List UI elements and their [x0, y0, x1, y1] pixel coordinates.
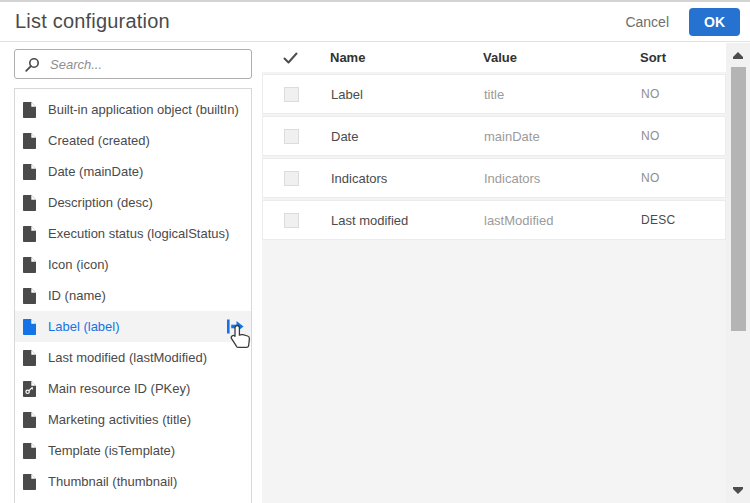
dialog-header: List configuration Cancel OK: [0, 2, 750, 42]
column-header-value: Value: [483, 50, 640, 65]
document-icon: [23, 350, 36, 366]
field-list-item[interactable]: Last modified (lastModified): [15, 342, 251, 373]
row-value: title: [484, 87, 641, 102]
document-icon: [23, 443, 36, 459]
row-name: Last modified: [310, 213, 484, 228]
field-list-item[interactable]: Date (mainDate): [15, 156, 251, 187]
row-sort: NO: [641, 87, 704, 101]
table-row: Last modified lastModified DESC: [262, 200, 726, 240]
field-list-item[interactable]: Built-in application object (builtIn): [15, 94, 251, 125]
row-value: lastModified: [484, 213, 641, 228]
row-sort: DESC: [641, 213, 704, 227]
table-header-row: Name Value Sort: [262, 43, 726, 72]
row-checkbox[interactable]: [284, 129, 299, 144]
field-list-item[interactable]: Description (desc): [15, 187, 251, 218]
field-list-item[interactable]: ID (name): [15, 280, 251, 311]
document-icon: [23, 195, 36, 211]
table-row: Label title NO: [262, 74, 726, 114]
field-label: Created (created): [48, 133, 150, 148]
document-icon: [23, 474, 36, 490]
field-list-item[interactable]: Execution status (logicalStatus): [15, 218, 251, 249]
search-input[interactable]: [48, 56, 251, 73]
document-icon: [23, 133, 36, 149]
search-icon: [25, 57, 40, 72]
column-header-name: Name: [309, 50, 483, 65]
row-sort: NO: [641, 129, 704, 143]
field-label: Execution status (logicalStatus): [48, 226, 229, 241]
field-label: Label (label): [48, 319, 120, 334]
field-label: Last modified (lastModified): [48, 350, 207, 365]
field-list-item[interactable]: Marketing activities (title): [15, 404, 251, 435]
row-checkbox[interactable]: [284, 213, 299, 228]
document-icon: [23, 319, 36, 335]
field-list-item[interactable]: Main resource ID (PKey): [15, 373, 251, 404]
field-list-item[interactable]: Created (created): [15, 125, 251, 156]
column-header-sort: Sort: [640, 50, 703, 65]
field-list-item[interactable]: Label (label): [15, 311, 251, 342]
search-box[interactable]: [14, 49, 252, 79]
field-label: ID (name): [48, 288, 106, 303]
scrollbar-thumb[interactable]: [731, 67, 746, 331]
document-icon: [23, 381, 36, 397]
vertical-scrollbar[interactable]: [726, 43, 750, 503]
scroll-down-icon[interactable]: [733, 489, 743, 494]
row-name: Date: [310, 129, 484, 144]
row-name: Indicators: [310, 171, 484, 186]
field-label: Date (mainDate): [48, 164, 143, 179]
table-row: Date mainDate NO: [262, 116, 726, 156]
row-sort: NO: [641, 171, 704, 185]
checkmark-icon: [283, 52, 298, 64]
document-icon: [23, 257, 36, 273]
row-checkbox[interactable]: [284, 171, 299, 186]
cancel-button[interactable]: Cancel: [625, 14, 669, 30]
row-value: Indicators: [484, 171, 641, 186]
move-right-arrow-icon[interactable]: [227, 319, 244, 338]
field-label: Description (desc): [48, 195, 153, 210]
page-title: List configuration: [15, 10, 625, 33]
field-label: Built-in application object (builtIn): [48, 102, 239, 117]
document-icon: [23, 412, 36, 428]
field-label: Icon (icon): [48, 257, 109, 272]
ok-button[interactable]: OK: [689, 8, 740, 36]
field-label: Marketing activities (title): [48, 412, 191, 427]
scroll-up-icon[interactable]: [733, 52, 743, 57]
list-configuration-dialog: List configuration Cancel OK: [0, 0, 750, 503]
document-icon: [23, 102, 36, 118]
field-list-item[interactable]: Thumbnail (thumbnail): [15, 466, 251, 497]
field-list-item[interactable]: Icon (icon): [15, 249, 251, 280]
field-label: Template (isTemplate): [48, 443, 175, 458]
row-value: mainDate: [484, 129, 641, 144]
column-table-panel: Name Value Sort Label title NO: [262, 43, 726, 503]
row-checkbox[interactable]: [284, 87, 299, 102]
table-body: Label title NO Date mainDate NO: [262, 74, 726, 240]
document-icon: [23, 288, 36, 304]
field-label: Thumbnail (thumbnail): [48, 474, 177, 489]
row-name: Label: [310, 87, 484, 102]
document-icon: [23, 226, 36, 242]
field-list-item[interactable]: Template (isTemplate): [15, 435, 251, 466]
field-list: Built-in application object (builtIn) Cr…: [14, 88, 252, 503]
table-row: Indicators Indicators NO: [262, 158, 726, 198]
document-icon: [23, 164, 36, 180]
field-label: Main resource ID (PKey): [48, 381, 190, 396]
